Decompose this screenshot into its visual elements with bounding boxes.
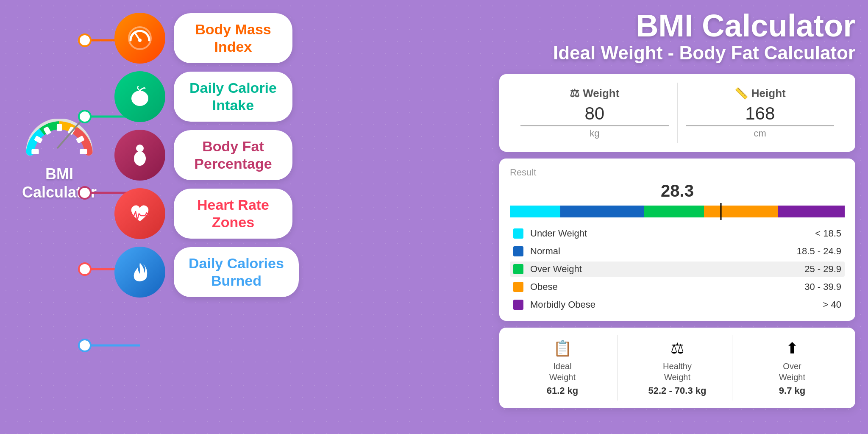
app-title-sub: Ideal Weight - Body Fat Calculator — [499, 43, 855, 63]
legend-name-overweight: Over Weight — [530, 264, 804, 275]
heartrate-label: Heart Rate Zones — [174, 189, 292, 239]
legend-name-obese: Obese — [530, 281, 804, 292]
bmi-bar — [510, 206, 845, 217]
ideal-weight-card: 📋 IdealWeight 61.2 kg — [508, 335, 618, 401]
bmi-label: Body Mass Index — [174, 13, 292, 63]
legend-range-morbid: > 40 — [823, 299, 841, 310]
heartrate-label-text: Heart Rate Zones — [189, 196, 278, 231]
calorie-label: Daily Calorie Intake — [174, 72, 292, 122]
gauge-icon — [19, 119, 100, 159]
app-title: BMI Calculator Ideal Weight - Body Fat C… — [499, 8, 855, 64]
app-title-main: BMI Calculator — [499, 8, 855, 43]
weight-value[interactable]: 80 — [520, 103, 669, 126]
body-icon — [127, 142, 153, 168]
legend-name-normal: Normal — [530, 246, 797, 257]
menu-item-bodyfat[interactable]: Body Fat Percentage — [114, 130, 299, 181]
legend-color-normal — [513, 246, 523, 256]
over-weight-value: 9.7 kg — [742, 385, 843, 396]
bmi-result-value: 28.3 — [510, 181, 845, 200]
ideal-weight-value: 61.2 kg — [512, 385, 613, 396]
burned-label-text: Daily Calories Burned — [189, 255, 284, 289]
over-weight-icon: ⬆ — [742, 339, 843, 357]
bmi-segment-normal — [560, 206, 644, 217]
over-weight-card: ⬆ OverWeight 9.7 kg — [737, 335, 847, 401]
calorie-circle — [114, 71, 165, 122]
height-icon: 📏 — [734, 87, 748, 100]
weight-unit: kg — [590, 128, 599, 139]
legend-range-overweight: 25 - 29.9 — [804, 264, 841, 275]
heartrate-circle — [114, 188, 165, 239]
flame-icon — [127, 259, 153, 285]
right-section: BMI Calculator Ideal Weight - Body Fat C… — [499, 8, 855, 408]
legend-item-morbid: Morbidly Obese > 40 — [510, 297, 845, 312]
bmi-legend: Under Weight < 18.5 Normal 18.5 - 24.9 O… — [510, 226, 845, 312]
heartrate-icon — [127, 201, 153, 226]
legend-item-obese: Obese 30 - 39.9 — [510, 279, 845, 295]
legend-item-underweight: Under Weight < 18.5 — [510, 226, 845, 241]
bmi-segment-underweight — [510, 206, 560, 217]
healthy-weight-card: ⚖ HealthyWeight 52.2 - 70.3 kg — [623, 335, 732, 401]
height-label: 📏 Height — [686, 87, 835, 100]
bmi-segment-morbid — [778, 206, 845, 217]
ideal-weight-label: IdealWeight — [512, 361, 613, 383]
bmi-segment-obese — [704, 206, 778, 217]
svg-rect-25 — [136, 155, 139, 163]
legend-range-underweight: < 18.5 — [815, 228, 841, 239]
burned-circle — [114, 247, 165, 298]
svg-point-22 — [131, 91, 148, 106]
menu-item-bmi[interactable]: Body Mass Index — [114, 13, 299, 64]
bodyfat-circle — [114, 130, 165, 181]
bmi-segment-overweight — [644, 206, 704, 217]
burned-label: Daily Calories Burned — [174, 247, 299, 297]
over-weight-label: OverWeight — [742, 361, 843, 383]
legend-name-morbid: Morbidly Obese — [530, 299, 823, 310]
svg-point-18 — [79, 339, 91, 351]
legend-name-underweight: Under Weight — [530, 228, 815, 239]
result-label: Result — [510, 167, 845, 178]
legend-item-normal: Normal 18.5 - 24.9 — [510, 244, 845, 259]
menu-item-calorie[interactable]: Daily Calorie Intake — [114, 71, 299, 122]
legend-color-morbid — [513, 300, 523, 310]
healthy-weight-icon: ⚖ — [627, 339, 728, 357]
legend-color-underweight — [513, 228, 523, 239]
svg-point-24 — [134, 151, 146, 166]
weight-cards: 📋 IdealWeight 61.2 kg ⚖ HealthyWeight 52… — [499, 328, 855, 408]
bmi-indicator — [720, 203, 721, 220]
result-card: Result 28.3 Under Weight < 18.5 Normal 1… — [499, 159, 855, 321]
apple-icon — [127, 84, 153, 109]
bmi-circle — [114, 13, 165, 64]
height-unit: cm — [754, 128, 766, 139]
bmi-logo-text: BMI Calculator — [13, 165, 106, 201]
calorie-label-text: Daily Calorie Intake — [189, 79, 278, 114]
legend-color-obese — [513, 282, 523, 292]
bodyfat-label: Body Fat Percentage — [174, 130, 292, 180]
menu-item-heartrate[interactable]: Heart Rate Zones — [114, 188, 299, 239]
legend-range-normal: 18.5 - 24.9 — [797, 246, 841, 257]
weight-field[interactable]: ⚖ Weight 80 kg — [512, 83, 677, 143]
weight-label: ⚖ Weight — [520, 87, 669, 100]
svg-point-21 — [138, 39, 142, 42]
menu-item-burned[interactable]: Daily Calories Burned — [114, 247, 299, 298]
svg-point-17 — [79, 263, 91, 275]
svg-rect-6 — [31, 149, 39, 154]
svg-rect-5 — [80, 149, 87, 154]
height-value[interactable]: 168 — [686, 103, 835, 126]
ideal-weight-icon: 📋 — [512, 339, 613, 357]
menu-items: Body Mass Index Daily Calorie Intake — [114, 13, 299, 298]
healthy-weight-value: 52.2 - 70.3 kg — [627, 385, 728, 396]
healthy-weight-label: HealthyWeight — [627, 361, 728, 383]
weight-icon: ⚖ — [570, 87, 579, 100]
bmi-logo: BMI Calculator — [13, 119, 106, 201]
legend-range-obese: 30 - 39.9 — [804, 281, 841, 292]
svg-point-23 — [136, 145, 144, 152]
bmi-label-text: Body Mass Index — [189, 21, 278, 56]
svg-rect-26 — [141, 155, 143, 163]
bodyfat-label-text: Body Fat Percentage — [189, 138, 278, 172]
input-card: ⚖ Weight 80 kg 📏 Height 168 cm — [499, 74, 855, 152]
svg-point-14 — [79, 34, 91, 46]
height-field[interactable]: 📏 Height 168 cm — [677, 83, 843, 143]
speedometer-icon — [127, 25, 153, 51]
svg-rect-2 — [57, 124, 62, 131]
legend-item-overweight: Over Weight 25 - 29.9 — [510, 262, 845, 277]
left-section: BMI Calculator — [0, 0, 445, 434]
